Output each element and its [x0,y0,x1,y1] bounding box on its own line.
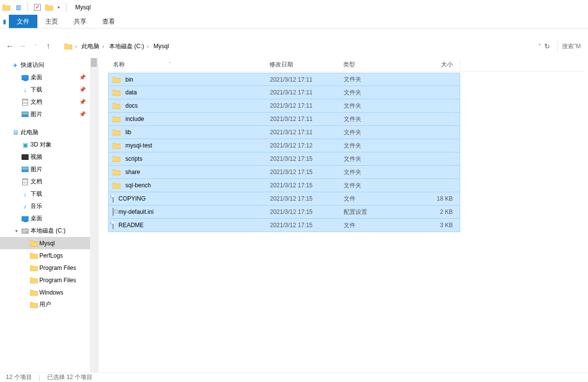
app-icon: ▥ [14,3,23,12]
nav-label: 文档 [30,177,42,186]
folder-icon [29,301,38,308]
folder-icon [113,129,120,136]
folder-icon [29,277,38,284]
nav-item-folder[interactable]: PerfLogs [0,249,98,262]
nav-item-document[interactable]: 文档📌 [0,96,98,108]
file-modified: 2021/3/12 17:11 [270,76,344,83]
nav-quick-access[interactable]: ✦ 快速访问 [0,59,98,71]
nav-scrollbar-thumb[interactable] [91,58,97,67]
file-row[interactable]: share2021/3/12 17:15文件夹 [108,166,460,179]
chevron-right-icon[interactable]: › [75,44,77,49]
column-headers: 名称 ˆ 修改日期 类型 大小 [108,58,586,72]
ribbon-edge-icon: ▮ [0,15,9,28]
tab-home[interactable]: 主页 [37,15,66,28]
nav-label: 图片 [30,165,42,174]
file-name-cell: include [109,116,270,122]
breadcrumb-item[interactable]: 此电脑 › [80,40,106,52]
file-name: data [125,89,137,96]
file-row[interactable]: include2021/3/12 17:11文件夹 [108,113,460,126]
tab-share[interactable]: 共享 [66,15,94,28]
file-name: my-default.ini [118,208,153,215]
nav-label: 用户 [39,300,51,309]
file-row[interactable]: data2021/3/12 17:11文件夹 [108,86,460,99]
nav-item-download[interactable]: ↓下载📌 [0,84,98,96]
nav-this-pc[interactable]: 🖥 此电脑 [0,126,98,139]
file-row[interactable]: docs2021/3/12 17:11文件夹 [108,99,460,113]
nav-item-video[interactable]: 视频 [0,151,98,163]
file-row[interactable]: bin2021/3/12 17:11文件夹 [108,73,460,86]
column-header-type[interactable]: 类型 [343,60,417,69]
file-type: 文件 [344,221,417,230]
nav-item-desktop[interactable]: 桌面📌 [0,71,98,84]
file-name: COPYING [118,195,146,202]
expand-icon[interactable]: ▾ [13,228,20,234]
nav-label: 3D 对象 [30,141,52,149]
nav-scrollbar[interactable] [90,58,98,372]
breadcrumb-root-icon[interactable]: › [62,40,79,52]
column-header-name[interactable]: 名称 ˆ [108,60,269,69]
folder-icon [113,169,120,176]
picture-icon [21,112,29,117]
address-dropdown-icon[interactable]: ˅ [538,43,541,50]
nav-forward-button[interactable]: → [17,40,29,52]
breadcrumb-item[interactable]: Mysql [151,40,171,52]
status-bar: 12 个项目 | 已选择 12 个项目 [0,372,588,382]
file-name: share [125,169,140,176]
file-name-cell: share [109,169,270,176]
column-header-label: 名称 [113,60,125,69]
chevron-right-icon[interactable]: › [147,44,148,49]
nav-back-button[interactable]: ← [4,40,16,52]
tab-file[interactable]: 文件 [9,15,37,28]
file-row[interactable]: my-default.ini2021/3/12 17:15配置设置2 KB [108,206,460,219]
qat-dropdown-icon[interactable]: ▾ [57,5,61,10]
file-name-cell: lib [109,129,270,136]
nav-item-folder[interactable]: Mysql [0,237,98,249]
refresh-icon[interactable]: ↻ [544,42,550,50]
nav-item-picture[interactable]: 图片📌 [0,108,98,120]
nav-item-folder[interactable]: Program Files [0,262,98,274]
folder-icon [113,116,120,122]
nav-item-folder[interactable]: Program Files [0,274,98,286]
breadcrumb-item[interactable]: 本地磁盘 (C:) › [107,40,151,52]
file-modified: 2021/3/12 17:15 [270,155,344,162]
nav-item-music[interactable]: ♪音乐 [0,200,98,212]
3d-icon: ▣ [21,142,29,148]
nav-item-folder[interactable]: Windows [0,286,98,298]
column-header-modified[interactable]: 修改日期 [269,60,343,69]
breadcrumb-label: 本地磁盘 (C:) [109,42,144,51]
checkbox-icon[interactable]: ✓ [33,3,42,12]
folder-icon[interactable] [45,3,54,12]
file-type: 文件夹 [344,181,417,190]
column-header-size[interactable]: 大小 [417,58,460,71]
nav-item-desktop[interactable]: 桌面 [0,212,98,225]
breadcrumb-label: Mysql [153,43,169,50]
file-row[interactable]: COPYING2021/3/12 17:15文件18 KB [108,192,460,206]
file-row[interactable]: sql-bench2021/3/12 17:15文件夹 [108,179,460,192]
nav-recent-dropdown[interactable]: ˅ [29,40,41,52]
nav-item-document[interactable]: 文档 [0,176,98,188]
nav-up-button[interactable]: ↑ [42,40,54,52]
nav-item-3d[interactable]: ▣3D 对象 [0,139,98,151]
file-row[interactable]: lib2021/3/12 17:11文件夹 [108,126,460,139]
drive-icon [21,229,29,234]
tab-view[interactable]: 查看 [94,15,123,28]
star-icon: ✦ [11,61,20,69]
document-icon [21,178,29,185]
title-bar: ▥ ✓ ▾ Mysql [0,0,588,15]
nav-item-drive[interactable]: ▾本地磁盘 (C:) [0,225,98,237]
nav-label: 视频 [30,153,42,161]
address-bar[interactable]: › 此电脑 › 本地磁盘 (C:) › Mysql ˅ ↻ [60,40,554,53]
file-row[interactable]: scripts2021/3/12 17:15文件夹 [108,152,460,166]
file-name-cell: data [109,89,270,96]
nav-item-picture[interactable]: 图片 [0,163,98,176]
nav-item-folder[interactable]: 用户 [0,298,98,311]
file-row[interactable]: mysql-test2021/3/12 17:12文件夹 [108,139,460,152]
nav-label: PerfLogs [39,252,63,259]
nav-item-download[interactable]: ↓下载 [0,188,98,200]
file-row[interactable]: README2021/3/12 17:15文件3 KB [108,219,460,232]
file-type: 文件夹 [344,168,417,176]
file-modified: 2021/3/12 17:15 [270,169,344,176]
chevron-right-icon[interactable]: › [102,44,104,49]
search-input[interactable]: 搜索"M [558,40,584,53]
nav-label: 快速访问 [21,61,44,69]
